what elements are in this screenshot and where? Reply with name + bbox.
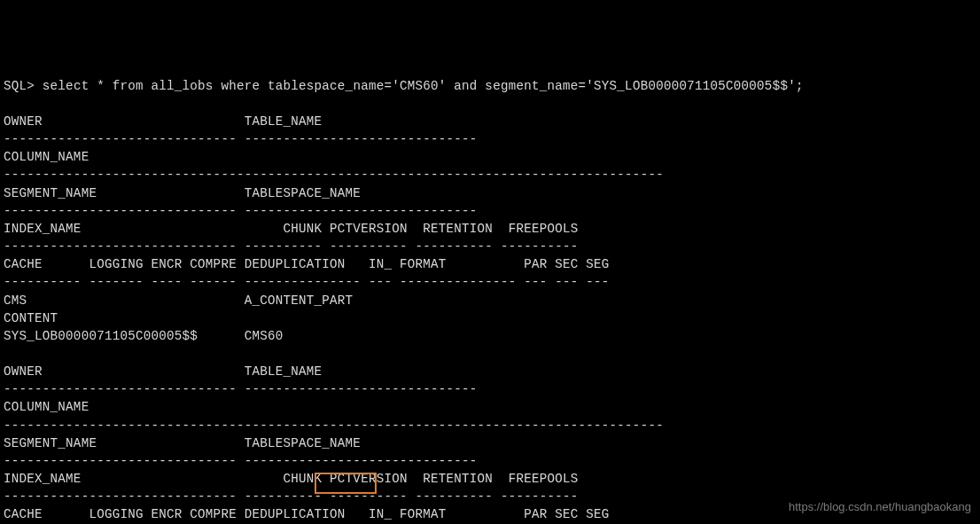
sql-prompt: SQL> [4, 79, 43, 93]
header-owner: OWNER TABLE_NAME [4, 364, 322, 379]
watermark-text: https://blog.csdn.net/huangbaokang [789, 499, 971, 515]
header-index: INDEX_NAME CHUNK PCTVERSION RETENTION FR… [4, 472, 579, 486]
header-dash: ------------------------------ ---------… [4, 132, 478, 146]
data-row: CMS A_CONTENT_PART [4, 293, 353, 308]
header-cache: CACHE LOGGING ENCR COMPRE DEDUPLICATION … [4, 507, 610, 521]
header-segment: SEGMENT_NAME TABLESPACE_NAME [4, 436, 361, 450]
header-dash: ----------------------------------------… [4, 168, 664, 182]
header-dash: ---------- ------- ---- ------ ---------… [4, 275, 610, 289]
sql-command: select * from all_lobs where tablespace_… [43, 79, 804, 93]
header-column-name: COLUMN_NAME [4, 150, 89, 164]
header-dash: ------------------------------ ---------… [4, 239, 579, 254]
data-row: SYS_LOB0000071105C00005$$ CMS60 [4, 329, 284, 343]
header-index: INDEX_NAME CHUNK PCTVERSION RETENTION FR… [4, 222, 579, 236]
header-dash: ------------------------------ ---------… [4, 489, 579, 504]
header-column-name: COLUMN_NAME [4, 400, 89, 414]
header-owner: OWNER TABLE_NAME [4, 114, 322, 129]
data-row: CONTENT [4, 311, 58, 325]
terminal-output: SQL> select * from all_lobs where tables… [4, 77, 976, 524]
header-dash: ------------------------------ ---------… [4, 382, 478, 396]
header-segment: SEGMENT_NAME TABLESPACE_NAME [4, 186, 361, 200]
header-cache: CACHE LOGGING ENCR COMPRE DEDUPLICATION … [4, 257, 610, 271]
header-dash: ----------------------------------------… [4, 418, 664, 433]
header-dash: ------------------------------ ---------… [4, 204, 478, 218]
header-dash: ------------------------------ ---------… [4, 454, 478, 468]
